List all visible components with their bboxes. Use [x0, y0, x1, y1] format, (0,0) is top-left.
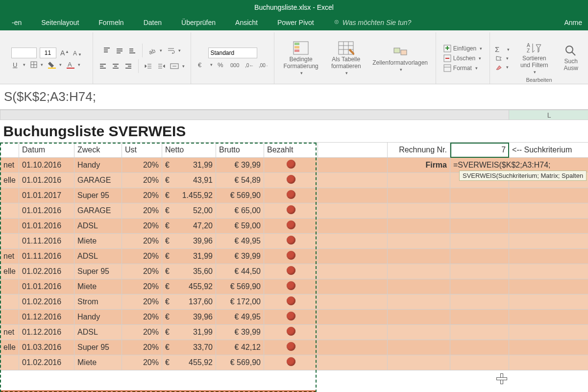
align-bottom-icon[interactable] [127, 46, 137, 55]
cell-zweck-12[interactable]: Super 95 [74, 340, 122, 355]
cell-datum-13[interactable]: 01.02.2016 [19, 355, 74, 370]
cell-zweck-2[interactable]: Super 95 [74, 188, 122, 203]
cell-ust-6[interactable]: 20% [122, 249, 162, 264]
cell-paid-5[interactable] [264, 234, 318, 249]
cell-brutto-13[interactable]: € 569,90 [216, 355, 264, 370]
cell-paid-10[interactable] [264, 310, 318, 325]
cell-brutto-6[interactable]: € 39,99 [216, 249, 264, 264]
cell-ust-11[interactable]: 20% [122, 325, 162, 340]
cell-ust-8[interactable]: 20% [122, 279, 162, 294]
cell-paid-3[interactable] [264, 203, 318, 219]
cell-firma-4[interactable] [0, 219, 19, 234]
cell-netto-13[interactable]: €455,92 [162, 355, 216, 370]
indent-decrease-icon[interactable] [144, 62, 153, 71]
cell-netto-12[interactable]: €33,70 [162, 340, 216, 355]
cell-brutto-4[interactable]: € 59,00 [216, 219, 264, 234]
tab-powerpivot[interactable]: Power Pivot [268, 15, 324, 30]
cell-ust-1[interactable]: 20% [122, 173, 162, 188]
cell-firma-12[interactable]: elle [0, 340, 19, 355]
tab-seitenlayout[interactable]: Seitenlayout [31, 15, 89, 30]
cell-paid-6[interactable] [264, 249, 318, 264]
cell-brutto-9[interactable]: € 172,00 [216, 294, 264, 310]
cell-netto-11[interactable]: €31,99 [162, 325, 216, 340]
font-name-field[interactable] [11, 48, 37, 58]
number-format-field[interactable] [208, 48, 257, 58]
cell-brutto-0[interactable]: € 39,99 [216, 158, 264, 173]
cell-ust-7[interactable]: 20% [122, 264, 162, 279]
align-middle-icon[interactable] [115, 46, 124, 55]
cell-firma-0[interactable]: net [0, 158, 19, 173]
conditional-formatting-button[interactable]: Bedingte Formatierung [278, 39, 323, 77]
cell-netto-6[interactable]: €31,99 [162, 249, 216, 264]
cell-firma-7[interactable]: elle [0, 264, 19, 279]
cell-netto-1[interactable]: €43,91 [162, 173, 216, 188]
cell-zweck-8[interactable]: Miete [74, 279, 122, 294]
cell-datum-7[interactable]: 01.02.2016 [19, 264, 74, 279]
cell-paid-1[interactable] [264, 173, 318, 188]
cell-paid-13[interactable] [264, 355, 318, 370]
cell-ust-3[interactable]: 20% [122, 203, 162, 219]
fill-color-icon[interactable] [47, 60, 63, 69]
rechnung-value-cell[interactable]: 7 [450, 143, 509, 158]
increase-font-icon[interactable]: A▲ [59, 49, 69, 57]
wrap-text-icon[interactable] [166, 46, 182, 55]
cell-brutto-8[interactable]: € 569,90 [216, 279, 264, 294]
cell-datum-3[interactable]: 01.01.2016 [19, 203, 74, 219]
cell-brutto-5[interactable]: € 49,95 [216, 234, 264, 249]
cell-datum-9[interactable]: 01.02.2016 [19, 294, 74, 310]
cell-datum-8[interactable]: 01.01.2016 [19, 279, 74, 294]
align-center-icon[interactable] [111, 62, 121, 71]
cell-brutto-1[interactable]: € 54,89 [216, 173, 264, 188]
column-headers[interactable]: L [0, 110, 588, 120]
cell-firma-11[interactable]: net [0, 325, 19, 340]
cell-firma-3[interactable] [0, 203, 19, 219]
cell-paid-0[interactable] [264, 158, 318, 173]
cell-firma-8[interactable] [0, 279, 19, 294]
format-cells-button[interactable]: Format [442, 64, 483, 73]
cell-ust-5[interactable]: 20% [122, 234, 162, 249]
align-top-icon[interactable] [102, 46, 112, 55]
cell-datum-12[interactable]: 01.03.2016 [19, 340, 74, 355]
cell-netto-7[interactable]: €35,60 [162, 264, 216, 279]
cell-datum-2[interactable]: 01.01.2017 [19, 188, 74, 203]
cell-brutto-11[interactable]: € 39,99 [216, 325, 264, 340]
tab-formeln[interactable]: Formeln [89, 15, 133, 30]
cell-brutto-3[interactable]: € 65,00 [216, 203, 264, 219]
tab-0[interactable]: -en [2, 15, 31, 30]
cell-zweck-4[interactable]: ADSL [74, 219, 122, 234]
cell-datum-1[interactable]: 01.01.2016 [19, 173, 74, 188]
formula-bar[interactable]: S($K$2;A3:H74; [0, 84, 588, 110]
cell-zweck-10[interactable]: Handy [74, 310, 122, 325]
format-as-table-button[interactable]: Als Tabelle formatieren [323, 39, 368, 77]
cell-zweck-11[interactable]: ADSL [74, 325, 122, 340]
font-color-icon[interactable]: A [66, 60, 81, 69]
clear-icon[interactable] [494, 63, 511, 71]
currency-icon[interactable]: € [197, 60, 214, 69]
cell-firma-13[interactable] [0, 355, 19, 370]
cell-zweck-6[interactable]: ADSL [74, 249, 122, 264]
cell-netto-9[interactable]: €137,60 [162, 294, 216, 310]
cell-datum-0[interactable]: 01.10.2016 [19, 158, 74, 173]
signin[interactable]: Anme [564, 19, 588, 26]
autosum-icon[interactable]: Σ [494, 46, 511, 53]
cell-brutto-2[interactable]: € 569,90 [216, 188, 264, 203]
cell-paid-7[interactable] [264, 264, 318, 279]
tab-daten[interactable]: Daten [134, 15, 172, 30]
cell-netto-2[interactable]: €1.455,92 [162, 188, 216, 203]
worksheet-grid[interactable]: L Buchungsliste SVERWEIS Datum Zweck Ust… [0, 110, 588, 392]
firma-formula-cell[interactable]: =SVERWEIS($K$2;A3:H74; SVERWEIS(Suchkrit… [450, 158, 588, 173]
decrease-font-icon[interactable]: A▼ [72, 49, 82, 57]
tab-ueberpruefen[interactable]: Überprüfen [172, 15, 225, 30]
cell-netto-4[interactable]: €47,20 [162, 219, 216, 234]
cell-paid-2[interactable] [264, 188, 318, 203]
cell-firma-2[interactable] [0, 188, 19, 203]
cell-datum-4[interactable]: 01.01.2016 [19, 219, 74, 234]
cell-zweck-0[interactable]: Handy [74, 158, 122, 173]
cell-zweck-1[interactable]: GARAGE [74, 173, 122, 188]
align-left-icon[interactable] [98, 62, 108, 71]
cell-brutto-7[interactable]: € 44,50 [216, 264, 264, 279]
tab-ansicht[interactable]: Ansicht [225, 15, 268, 30]
cell-datum-11[interactable]: 01.12.2016 [19, 325, 74, 340]
cell-zweck-13[interactable]: Miete [74, 355, 122, 370]
cell-paid-11[interactable] [264, 325, 318, 340]
